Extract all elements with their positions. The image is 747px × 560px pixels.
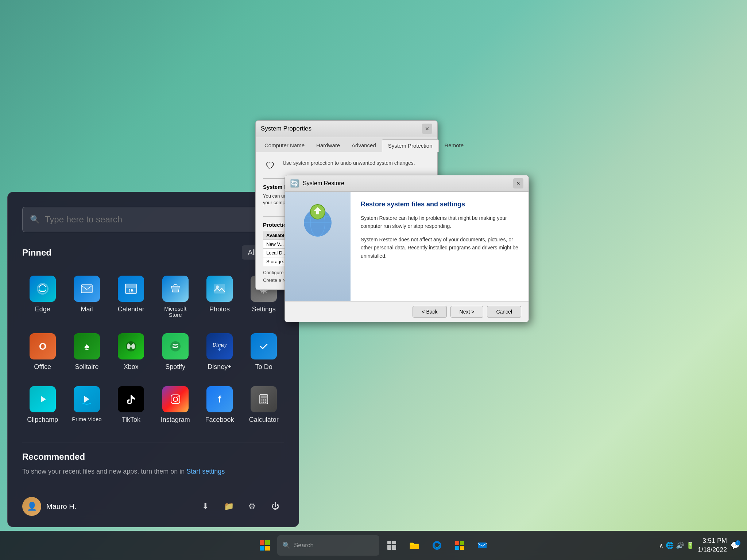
store-taskbar-button[interactable] bbox=[449, 535, 470, 556]
next-button[interactable]: Next > bbox=[450, 306, 484, 318]
search-input[interactable] bbox=[45, 214, 276, 225]
taskbar-search[interactable]: 🔍 Search bbox=[277, 535, 379, 556]
app-office[interactable]: O Office bbox=[22, 327, 63, 377]
svg-rect-10 bbox=[214, 284, 225, 293]
clipchamp-icon bbox=[30, 386, 56, 412]
disney-plus-icon: Disney+ bbox=[206, 333, 233, 359]
svg-point-22 bbox=[173, 397, 178, 401]
volume-icon[interactable]: 🔊 bbox=[676, 541, 684, 549]
user-section: 👤 Mauro H. ⬇ 📁 ⚙ ⏻ bbox=[22, 497, 284, 516]
svg-marker-20 bbox=[84, 396, 89, 402]
mail-taskbar-button[interactable] bbox=[472, 535, 492, 556]
network-icon[interactable]: 🌐 bbox=[666, 541, 674, 549]
system-properties-titlebar: System Properties ✕ bbox=[256, 121, 437, 137]
svg-rect-26 bbox=[261, 396, 267, 398]
svg-rect-39 bbox=[387, 545, 391, 550]
battery-icon[interactable]: 🔋 bbox=[686, 541, 694, 549]
file-explorer-button[interactable]: 📁 bbox=[220, 498, 237, 515]
edge-taskbar-icon bbox=[431, 540, 442, 551]
app-instagram[interactable]: Instagram bbox=[155, 380, 196, 429]
office-label: Office bbox=[34, 363, 51, 371]
app-xbox[interactable]: Xbox bbox=[111, 327, 151, 377]
settings-label: Settings bbox=[252, 306, 276, 313]
app-prime-video[interactable]: Prime Video bbox=[66, 380, 107, 429]
app-clipchamp[interactable]: Clipchamp bbox=[22, 380, 63, 429]
taskbar-clock[interactable]: 3:51 PM 1/18/2022 bbox=[698, 536, 727, 555]
tab-advanced[interactable]: Advanced bbox=[346, 139, 382, 152]
downloads-button[interactable]: ⬇ bbox=[197, 498, 214, 515]
pinned-title: Pinned bbox=[22, 248, 51, 258]
mail-label: Mail bbox=[81, 306, 93, 313]
search-bar[interactable]: 🔍 bbox=[22, 207, 284, 232]
notification-icon[interactable]: 💬 1 bbox=[731, 541, 740, 550]
tab-computer-name[interactable]: Computer Name bbox=[259, 139, 310, 152]
file-explorer-taskbar-button[interactable] bbox=[404, 535, 425, 556]
svg-rect-33 bbox=[260, 540, 264, 545]
app-facebook[interactable]: f Facebook bbox=[199, 380, 240, 429]
power-button[interactable]: ⏻ bbox=[267, 498, 284, 515]
user-name: Mauro H. bbox=[46, 502, 76, 511]
app-solitaire[interactable]: ♠ Solitaire bbox=[66, 327, 107, 377]
svg-point-16 bbox=[170, 341, 181, 351]
tab-hardware[interactable]: Hardware bbox=[310, 139, 346, 152]
mail-icon bbox=[74, 276, 100, 302]
pinned-header: Pinned All apps › bbox=[22, 245, 284, 260]
xbox-label: Xbox bbox=[124, 363, 139, 371]
svg-rect-35 bbox=[260, 546, 264, 551]
spotify-label: Spotify bbox=[165, 363, 185, 371]
app-mail[interactable]: Mail bbox=[66, 270, 107, 324]
svg-text:15: 15 bbox=[129, 288, 134, 293]
chevron-up-icon[interactable]: ∧ bbox=[659, 542, 663, 549]
app-calendar[interactable]: 15 Calendar bbox=[111, 270, 151, 324]
app-calculator[interactable]: Calculator bbox=[244, 380, 284, 429]
back-button[interactable]: < Back bbox=[413, 306, 446, 318]
system-restore-dialog: 🔄 System Restore ✕ bbox=[285, 175, 529, 322]
svg-rect-8 bbox=[125, 284, 136, 288]
photos-icon bbox=[206, 276, 233, 302]
start-settings-link[interactable]: Start settings bbox=[186, 468, 225, 475]
calendar-label: Calendar bbox=[118, 306, 144, 313]
svg-rect-6 bbox=[81, 285, 92, 293]
store-taskbar-icon bbox=[454, 540, 465, 551]
recommended-description: To show your recent files and new apps, … bbox=[22, 468, 185, 475]
svg-point-32 bbox=[265, 402, 266, 403]
prime-video-icon bbox=[74, 386, 100, 412]
search-icon: 🔍 bbox=[30, 215, 40, 224]
system-properties-title: System Properties bbox=[261, 125, 311, 132]
svg-rect-34 bbox=[265, 540, 270, 545]
app-photos[interactable]: Photos bbox=[199, 270, 240, 324]
store-icon bbox=[162, 276, 189, 302]
task-view-icon bbox=[387, 540, 397, 551]
app-disney-plus[interactable]: Disney+ Disney+ bbox=[199, 327, 240, 377]
restore-close-button[interactable]: ✕ bbox=[513, 178, 523, 188]
svg-rect-45 bbox=[478, 542, 487, 548]
restore-main-content: Restore system files and settings System… bbox=[351, 192, 529, 301]
solitaire-icon: ♠ bbox=[74, 333, 100, 359]
mail-taskbar-icon bbox=[477, 540, 488, 551]
restore-body: Restore system files and settings System… bbox=[285, 192, 529, 301]
app-spotify[interactable]: Spotify bbox=[155, 327, 196, 377]
svg-rect-36 bbox=[265, 546, 270, 551]
settings-user-button[interactable]: ⚙ bbox=[243, 498, 261, 515]
system-properties-close-button[interactable]: ✕ bbox=[422, 124, 432, 134]
time-display: 3:51 PM bbox=[698, 536, 727, 545]
restore-heading: Restore system files and settings bbox=[361, 201, 518, 208]
tab-remote[interactable]: Remote bbox=[439, 139, 470, 152]
user-info[interactable]: 👤 Mauro H. bbox=[22, 497, 76, 516]
cancel-button[interactable]: Cancel bbox=[487, 306, 521, 318]
notification-badge: 1 bbox=[735, 540, 740, 545]
app-microsoft-store[interactable]: Microsoft Store bbox=[155, 270, 196, 324]
app-edge[interactable]: Edge bbox=[22, 270, 63, 324]
restore-title-row: 🔄 System Restore bbox=[290, 179, 344, 188]
office-icon: O bbox=[30, 333, 56, 359]
app-tiktok[interactable]: TikTok bbox=[111, 380, 151, 429]
todo-icon bbox=[251, 333, 277, 359]
edge-taskbar-button[interactable] bbox=[427, 535, 447, 556]
tab-system-protection[interactable]: System Protection bbox=[382, 139, 439, 152]
desktop: System Properties ✕ Computer Name Hardwa… bbox=[0, 0, 747, 560]
svg-text:O: O bbox=[39, 341, 46, 352]
start-button[interactable] bbox=[255, 535, 275, 556]
svg-rect-43 bbox=[455, 546, 459, 550]
task-view-button[interactable] bbox=[382, 535, 402, 556]
app-todo[interactable]: To Do bbox=[244, 327, 284, 377]
